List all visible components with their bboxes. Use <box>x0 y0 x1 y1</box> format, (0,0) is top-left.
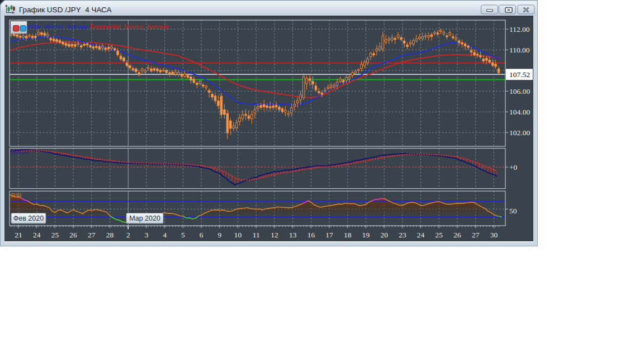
svg-text:Фев 2020: Фев 2020 <box>13 215 44 222</box>
svg-text:24: 24 <box>33 231 41 239</box>
svg-text:Мар 2020: Мар 2020 <box>129 215 160 222</box>
svg-text:20: 20 <box>380 231 388 239</box>
svg-text:24: 24 <box>417 231 425 239</box>
svg-text:6: 6 <box>200 231 203 239</box>
svg-text:16: 16 <box>307 231 315 239</box>
svg-text:50: 50 <box>509 207 517 215</box>
svg-text:MACD: MACD <box>11 148 29 155</box>
svg-text:5: 5 <box>181 231 185 239</box>
svg-text:+0: +0 <box>509 163 518 172</box>
svg-text:26: 26 <box>453 231 461 239</box>
svg-text:23: 23 <box>399 231 406 239</box>
svg-text:11: 11 <box>253 231 260 239</box>
svg-text:10: 10 <box>234 231 242 239</box>
svg-text:17: 17 <box>325 231 333 239</box>
svg-text:27: 27 <box>88 231 96 239</box>
svg-text:12: 12 <box>271 231 278 239</box>
svg-text:RSI: RSI <box>11 192 21 199</box>
svg-text:19: 19 <box>362 231 370 239</box>
svg-text:2: 2 <box>126 231 130 239</box>
svg-text:28: 28 <box>106 231 114 239</box>
svg-text:18: 18 <box>344 231 352 239</box>
svg-text:30: 30 <box>490 231 498 239</box>
svg-text:13: 13 <box>289 231 297 239</box>
svg-text:Exponential_Moving_Average.Exp: Exponential_Moving_Average.Exponential_M… <box>10 23 170 30</box>
svg-text:21: 21 <box>15 231 22 239</box>
svg-text:25: 25 <box>51 231 59 239</box>
svg-text:102.00: 102.00 <box>509 128 530 137</box>
svg-text:107.52: 107.52 <box>509 70 530 79</box>
svg-text:25: 25 <box>435 231 443 239</box>
svg-text:106.00: 106.00 <box>509 87 530 96</box>
svg-text:График USD /JPY 4 ЧАСА: График USD /JPY 4 ЧАСА <box>19 6 112 14</box>
svg-text:26: 26 <box>69 231 77 239</box>
svg-text:112.00: 112.00 <box>509 25 530 34</box>
svg-text:9: 9 <box>217 231 221 239</box>
svg-text:110.00: 110.00 <box>509 46 530 54</box>
svg-text:3: 3 <box>145 231 149 239</box>
svg-text:27: 27 <box>472 231 480 239</box>
svg-text:4: 4 <box>163 231 167 239</box>
svg-text:104.00: 104.00 <box>509 108 530 116</box>
